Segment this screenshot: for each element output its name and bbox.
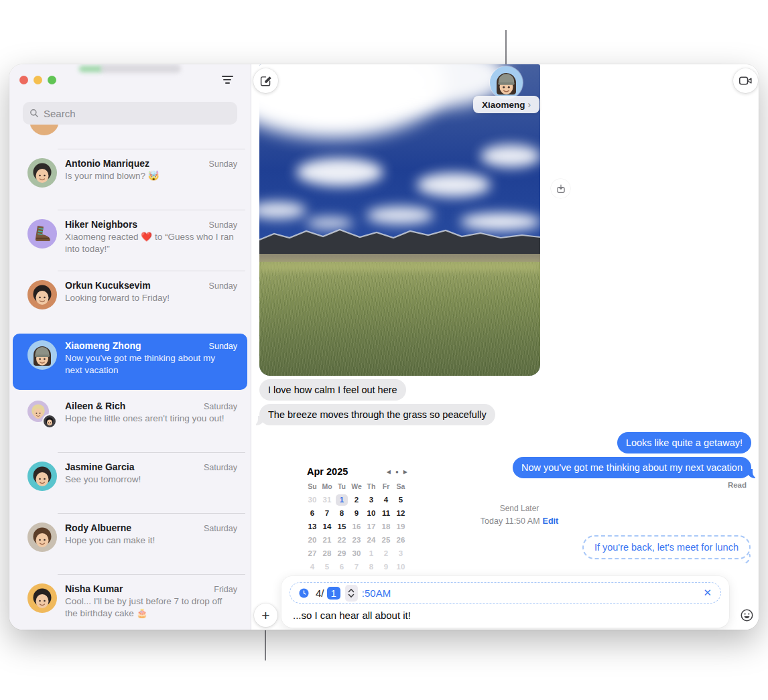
calendar-day[interactable]: 17 xyxy=(365,521,377,533)
calendar-day[interactable]: 2 xyxy=(380,548,392,559)
blurred-window-title xyxy=(101,64,181,73)
zoom-window-button[interactable] xyxy=(48,76,56,84)
send-later-edit-link[interactable]: Edit xyxy=(543,516,559,526)
send-later-calendar: Apr 2025 ◀ ● ▶ SuMoTuWeThFrSa30311234567… xyxy=(305,466,409,573)
calendar-day[interactable]: 6 xyxy=(336,561,348,573)
calendar-day[interactable]: 27 xyxy=(306,548,318,559)
new-message-button[interactable] xyxy=(253,68,278,93)
date-prefix: 4/ xyxy=(316,587,324,599)
calendar-prev-icon[interactable]: ◀ xyxy=(387,469,391,475)
contact-name-pill[interactable]: Xiaomeng › xyxy=(473,96,539,113)
calendar-day[interactable]: 31 xyxy=(321,494,333,506)
time-suffix: :50AM xyxy=(362,587,391,599)
calendar-day[interactable]: 1 xyxy=(365,548,377,559)
send-later-datetime-field[interactable]: 4/ 1 :50AM ✕ xyxy=(290,582,721,604)
conversation-item[interactable]: Antonio ManriquezSundayIs your mind blow… xyxy=(9,149,251,210)
calendar-day[interactable]: 23 xyxy=(350,535,363,546)
calendar-day[interactable]: 13 xyxy=(306,521,318,533)
calendar-day[interactable]: 22 xyxy=(336,535,348,546)
add-attachment-button[interactable]: + xyxy=(254,604,277,627)
calendar-day[interactable]: 28 xyxy=(321,548,333,559)
calendar-grid: SuMoTuWeThFrSa30311234567891011121314151… xyxy=(305,480,409,573)
calendar-day[interactable]: 2 xyxy=(350,494,363,506)
calendar-day[interactable]: 4 xyxy=(306,561,318,573)
composer-message-text[interactable]: ...so I can hear all about it! xyxy=(281,604,729,627)
blurred-title-chip xyxy=(79,66,103,72)
filter-conversations-button[interactable] xyxy=(218,72,236,87)
conversation-item[interactable]: Jasmine GarciaSaturdaySee you tomorrow! xyxy=(9,453,251,513)
conversation-preview: Is your mind blown? 🤯 xyxy=(65,170,234,182)
calendar-day[interactable]: 15 xyxy=(336,521,348,533)
calendar-day[interactable]: 30 xyxy=(306,494,318,506)
conversation-item[interactable]: Xiaomeng ZhongSundayNow you've got me th… xyxy=(13,334,247,390)
message-composer[interactable]: 4/ 1 :50AM ✕ ...so I can hear all about … xyxy=(281,576,729,628)
avatar xyxy=(27,401,57,430)
calendar-day[interactable]: 21 xyxy=(321,535,333,546)
contact-avatar[interactable] xyxy=(490,66,523,99)
calendar-day[interactable]: 26 xyxy=(395,535,407,546)
calendar-day[interactable]: 9 xyxy=(380,561,392,573)
calendar-weekday: Fr xyxy=(383,482,390,490)
conversation-preview: Cool... I'll be by just before 7 to drop… xyxy=(65,596,234,620)
calendar-day[interactable]: 8 xyxy=(365,561,377,573)
calendar-day[interactable]: 10 xyxy=(365,508,377,519)
callout-line-plus-button xyxy=(265,630,266,660)
messages-window: Search Antonio ManriquezSundayIs your mi… xyxy=(9,64,759,630)
calendar-day[interactable]: 7 xyxy=(321,508,333,519)
conversation-item[interactable]: Aileen & RichSaturdayHope the little one… xyxy=(9,392,251,452)
calendar-day[interactable]: 9 xyxy=(350,508,363,519)
conversation-name: Antonio Manriquez xyxy=(65,158,149,169)
calendar-day[interactable]: 3 xyxy=(395,548,407,559)
search-icon xyxy=(29,109,39,118)
conversation-date: Sunday xyxy=(209,281,237,291)
calendar-day[interactable]: 5 xyxy=(395,494,407,506)
calendar-day[interactable]: 11 xyxy=(380,508,392,519)
calendar-today-icon[interactable]: ● xyxy=(395,469,399,475)
calendar-day[interactable]: 29 xyxy=(336,548,348,559)
calendar-weekday: Mo xyxy=(322,482,332,490)
calendar-day[interactable]: 8 xyxy=(336,508,348,519)
calendar-day[interactable]: 24 xyxy=(365,535,377,546)
calendar-day[interactable]: 25 xyxy=(380,535,392,546)
calendar-day[interactable]: 4 xyxy=(380,494,392,506)
minimize-window-button[interactable] xyxy=(34,76,42,84)
calendar-day-selected[interactable]: 1 xyxy=(336,494,348,506)
calendar-day[interactable]: 10 xyxy=(395,561,407,573)
conversation-name: Rody Albuerne xyxy=(65,522,131,533)
save-attachment-icon xyxy=(556,184,566,194)
conversation-list: Antonio ManriquezSundayIs your mind blow… xyxy=(9,149,251,630)
calendar-day[interactable]: 19 xyxy=(395,521,407,533)
scheduled-message-bubble[interactable]: If you're back, let's meet for lunch xyxy=(582,535,751,559)
calendar-day[interactable]: 14 xyxy=(321,521,333,533)
selected-date-segment[interactable]: 1 xyxy=(327,587,340,600)
close-window-button[interactable] xyxy=(19,76,28,84)
stepper-up-icon xyxy=(348,588,355,593)
calendar-day[interactable]: 18 xyxy=(380,521,392,533)
facetime-video-button[interactable] xyxy=(733,68,758,93)
conversation-date: Sunday xyxy=(209,342,237,351)
avatar xyxy=(27,340,57,370)
search-input[interactable]: Search xyxy=(23,102,237,125)
close-x-icon[interactable]: ✕ xyxy=(703,587,712,599)
calendar-day[interactable]: 16 xyxy=(350,521,363,533)
outgoing-message: Looks like quite a getaway! xyxy=(617,432,751,453)
calendar-day[interactable]: 30 xyxy=(350,548,363,559)
calendar-next-icon[interactable]: ▶ xyxy=(403,469,407,475)
conversation-item[interactable]: Hiker NeighborsSundayXiaomeng reacted ❤️… xyxy=(9,210,251,271)
calendar-day[interactable]: 7 xyxy=(350,561,363,573)
conversation-item[interactable]: Rody AlbuerneSaturdayHope you can make i… xyxy=(9,514,251,574)
conversation-item[interactable]: Nisha KumarFridayCool... I'll be by just… xyxy=(9,575,251,630)
incoming-message: The breeze moves through the grass so pe… xyxy=(259,404,495,425)
date-stepper[interactable] xyxy=(345,585,358,602)
conversation-date: Saturday xyxy=(204,402,237,411)
calendar-day[interactable]: 5 xyxy=(321,561,333,573)
calendar-day[interactable]: 12 xyxy=(395,508,407,519)
calendar-day[interactable]: 20 xyxy=(306,535,318,546)
photo-mountains xyxy=(259,226,540,256)
calendar-day[interactable]: 6 xyxy=(306,508,318,519)
chat-area: Xiaomeng › I love how calm I feel out he… xyxy=(251,64,759,630)
emoji-picker-button[interactable] xyxy=(737,605,757,626)
conversation-item[interactable]: Orkun KucuksevimSundayLooking forward to… xyxy=(9,271,251,332)
save-attachment-button[interactable] xyxy=(551,179,570,198)
calendar-day[interactable]: 3 xyxy=(365,494,377,506)
